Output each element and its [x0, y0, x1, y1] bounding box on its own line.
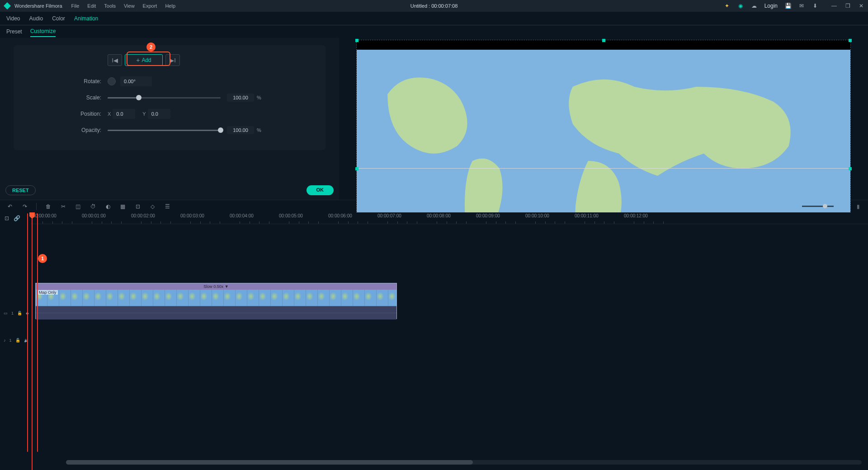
keyframe-next-button[interactable]: ▶I — [165, 54, 180, 66]
rotate-dial[interactable] — [108, 77, 116, 85]
cloud-icon[interactable]: ☁ — [751, 3, 757, 9]
settings-icon[interactable]: ☰ — [164, 203, 171, 210]
link-icon[interactable]: 🔗 — [14, 215, 20, 221]
subtab-preset[interactable]: Preset — [6, 27, 22, 37]
timeline-scrollbar[interactable] — [66, 460, 862, 465]
callout-badge-2: 2 — [146, 42, 156, 52]
ok-button[interactable]: OK — [307, 185, 334, 195]
clip-video-track[interactable]: Map Only — [36, 290, 396, 306]
ruler-tick: 00:00:01:00 — [82, 213, 106, 218]
ruler-tick: 00:00:09:00 — [476, 213, 500, 218]
app-name: Wondershare Filmora — [14, 3, 62, 9]
color-icon[interactable]: ◐ — [104, 203, 111, 210]
support-icon[interactable]: ◉ — [737, 3, 744, 9]
reset-button[interactable]: RESET — [5, 185, 36, 195]
maximize-icon[interactable]: ❐ — [844, 3, 851, 9]
document-title: Untitled : 00:00:07:08 — [410, 3, 458, 9]
ruler-tick: 00:00:07:00 — [377, 213, 401, 218]
keyframe-add-button[interactable]: +Add — [125, 54, 163, 66]
plus-icon: + — [136, 56, 140, 64]
scale-slider[interactable] — [108, 97, 221, 99]
subtab-customize[interactable]: Customize — [30, 26, 56, 37]
add-label: Add — [142, 57, 151, 63]
position-label: Position: — [27, 111, 108, 117]
app-logo — [4, 2, 11, 9]
track-audio-number: 1 — [9, 338, 12, 343]
pos-y-label: Y — [142, 111, 146, 117]
redo-icon[interactable]: ↷ — [21, 203, 28, 210]
rotate-input[interactable] — [120, 76, 152, 86]
track-video-type-icon: ▭ — [4, 311, 8, 315]
menu-edit[interactable]: Edit — [87, 3, 96, 9]
menu-file[interactable]: File — [71, 3, 80, 9]
callout-badge-1: 1 — [38, 254, 47, 263]
scale-value[interactable]: 100.00 — [227, 94, 254, 102]
opacity-value[interactable]: 100.00 — [227, 126, 254, 134]
callout-line-1b — [37, 213, 38, 452]
speed-icon[interactable]: ⏱ — [90, 203, 96, 210]
opacity-label: Opacity: — [27, 127, 108, 133]
keyframe-icon[interactable]: ◇ — [149, 203, 156, 210]
opacity-slider[interactable] — [108, 130, 221, 131]
ruler-tick: 00:00:00:00 — [33, 213, 57, 218]
playhead[interactable] — [32, 212, 33, 470]
greenscreen-icon[interactable]: ▦ — [119, 203, 126, 210]
crop-icon[interactable]: ◫ — [75, 203, 81, 210]
scale-unit: % — [257, 95, 261, 100]
track-lock-icon[interactable]: 🔓 — [17, 311, 22, 315]
ruler-tick: 00:00:11:00 — [575, 213, 599, 218]
position-y-input[interactable] — [148, 109, 170, 119]
detach-icon[interactable]: ⊡ — [134, 203, 141, 210]
menu-view[interactable]: View — [124, 3, 135, 9]
menu-help[interactable]: Help — [165, 3, 175, 9]
split-icon[interactable]: ✂ — [60, 203, 66, 210]
track-audio-type-icon: ♪ — [4, 338, 6, 343]
ruler-tick: 00:00:08:00 — [427, 213, 451, 218]
zoom-slider[interactable] — [802, 206, 834, 207]
callout-line-1 — [27, 213, 28, 452]
undo-icon[interactable]: ↶ — [6, 203, 13, 210]
tab-audio[interactable]: Audio — [29, 13, 43, 24]
tab-video[interactable]: Video — [6, 13, 20, 24]
menu-tools[interactable]: Tools — [104, 3, 116, 9]
tab-color[interactable]: Color — [52, 13, 65, 24]
download-icon[interactable]: ⬇ — [812, 3, 818, 9]
position-x-input[interactable] — [113, 109, 135, 119]
track-video-number: 1 — [11, 311, 14, 315]
tab-animation[interactable]: Animation — [74, 13, 98, 24]
clip-effect-bar[interactable]: Slow 0.50x ▼ — [36, 283, 396, 290]
keyframe-prev-button[interactable]: I◀ — [108, 54, 122, 66]
delete-icon[interactable]: 🗑 — [45, 203, 52, 210]
mail-icon[interactable]: ✉ — [798, 3, 805, 9]
ruler-tick: 00:00:03:00 — [180, 213, 204, 218]
timeline-scrollbar-thumb[interactable] — [66, 460, 473, 465]
ruler-tick: 00:00:04:00 — [230, 213, 254, 218]
login-link[interactable]: Login — [764, 3, 778, 9]
ruler-tick: 00:00:10:00 — [525, 213, 549, 218]
snap-icon[interactable]: ⊡ — [5, 215, 9, 221]
track-audio-lock-icon[interactable]: 🔓 — [15, 338, 20, 343]
ruler-tick: 00:00:02:00 — [131, 213, 155, 218]
premium-icon[interactable]: ✦ — [724, 3, 730, 9]
minimize-icon[interactable]: — — [831, 3, 837, 9]
save-icon[interactable]: 💾 — [785, 3, 791, 9]
menu-export[interactable]: Export — [143, 3, 157, 9]
pos-x-label: X — [108, 111, 111, 117]
scale-label: Scale: — [27, 94, 108, 101]
close-icon[interactable]: ✕ — [858, 3, 864, 9]
ruler-tick: 00:00:12:00 — [624, 213, 648, 218]
ruler-tick: 00:00:05:00 — [279, 213, 303, 218]
clip-audio-track[interactable] — [36, 306, 396, 320]
clip-label: Map Only — [38, 290, 58, 295]
opacity-unit: % — [257, 127, 261, 133]
timeline-clip[interactable]: Slow 0.50x ▼ Map Only — [35, 283, 397, 319]
rotate-label: Rotate: — [27, 78, 108, 85]
ruler-tick: 00:00:06:00 — [328, 213, 352, 218]
timeline-ruler[interactable]: 00:00:00:0000:00:01:0000:00:02:0000:00:0… — [31, 212, 868, 224]
